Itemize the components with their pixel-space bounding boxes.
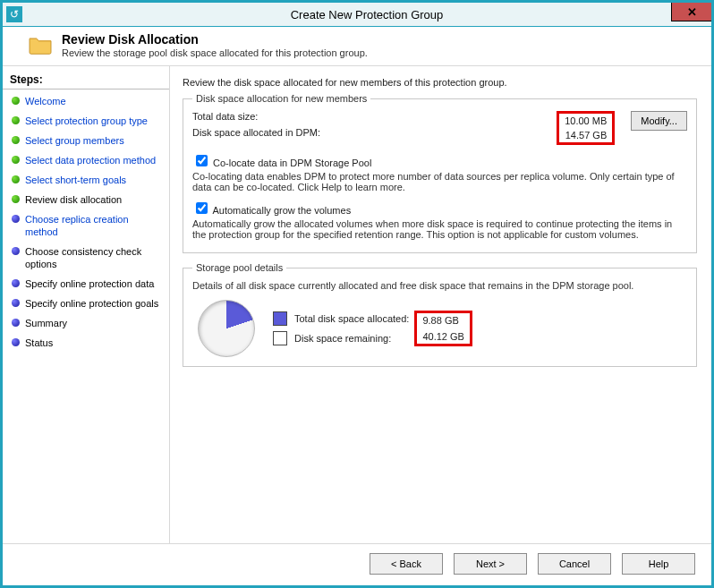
pool-values-highlight: 9.88 GB 40.12 GB <box>414 311 472 346</box>
step-consistency-check[interactable]: Choose consistency check options <box>3 242 169 274</box>
step-protection-group-type[interactable]: Select protection group type <box>3 111 169 131</box>
page-title: Review Disk Allocation <box>62 32 368 47</box>
storage-pool-desc: Details of all disk space currently allo… <box>192 280 687 291</box>
swatch-remaining-icon <box>273 331 287 345</box>
storage-pie-chart <box>198 300 255 357</box>
next-button[interactable]: Next > <box>454 553 527 575</box>
total-data-size-value: 10.00 MB <box>565 115 607 126</box>
step-review-disk-allocation[interactable]: Review disk allocation <box>3 190 169 209</box>
cancel-button[interactable]: Cancel <box>538 553 611 575</box>
wizard-header: Review Disk Allocation Review the storag… <box>3 27 711 66</box>
allocation-values-highlight: 10.00 MB 14.57 GB <box>557 111 615 145</box>
step-status[interactable]: Status <box>3 333 169 353</box>
step-summary[interactable]: Summary <box>3 313 169 333</box>
autogrow-row: Automatically grow the volumes <box>192 200 687 217</box>
allocated-label: Total disk space allocated: <box>294 313 409 324</box>
step-data-protection-method[interactable]: Select data protection method <box>3 150 169 170</box>
system-menu-icon[interactable]: ↺ <box>6 6 22 22</box>
disk-space-allocated-value: 14.57 GB <box>565 130 607 141</box>
wizard-buttons: < Back Next > Cancel Help <box>3 543 711 585</box>
steps-sidebar: Steps: Welcome Select protection group t… <box>3 66 170 543</box>
total-data-size-label: Total data size: <box>192 111 398 122</box>
help-button[interactable]: Help <box>622 553 695 575</box>
swatch-allocated-icon <box>273 311 287 326</box>
modify-button[interactable]: Modify... <box>631 111 687 131</box>
content-pane: Review the disk space allocated for new … <box>170 66 711 543</box>
step-short-term-goals[interactable]: Select short-term goals <box>3 170 169 190</box>
allocated-value: 9.88 GB <box>422 315 463 326</box>
title-bar: ↺ Create New Protection Group ✕ <box>3 3 711 27</box>
page-subtitle: Review the storage pool disk space alloc… <box>62 47 368 58</box>
steps-header: Steps: <box>3 72 169 89</box>
remaining-value: 40.12 GB <box>422 331 463 342</box>
autogrow-checkbox[interactable] <box>196 202 208 214</box>
wizard-window: ↺ Create New Protection Group ✕ Review D… <box>0 0 714 588</box>
autogrow-desc: Automatically grow the allocated volumes… <box>192 218 687 240</box>
disk-space-allocated-label: Disk space allocated in DPM: <box>192 127 398 138</box>
back-button[interactable]: < Back <box>370 553 443 575</box>
step-welcome[interactable]: Welcome <box>3 91 169 111</box>
step-group-members[interactable]: Select group members <box>3 131 169 150</box>
allocation-legend: Disk space allocation for new members <box>192 93 370 104</box>
wizard-body: Steps: Welcome Select protection group t… <box>3 66 711 543</box>
window-title: Create New Protection Group <box>22 8 711 21</box>
storage-pool-legend: Storage pool details <box>192 262 286 273</box>
folder-icon <box>28 34 53 55</box>
allocation-group: Disk space allocation for new members To… <box>183 93 697 253</box>
colocate-label[interactable]: Co-locate data in DPM Storage Pool <box>213 158 371 168</box>
colocate-desc: Co-locating data enables DPM to protect … <box>192 171 687 192</box>
step-online-protection-goals[interactable]: Specify online protection goals <box>3 294 169 313</box>
colocate-checkbox[interactable] <box>196 155 208 166</box>
step-replica-creation[interactable]: Choose replica creation method <box>3 209 169 242</box>
autogrow-label[interactable]: Automatically grow the volumes <box>212 205 351 216</box>
colocate-row: Co-locate data in DPM Storage Pool <box>192 152 687 169</box>
storage-pool-group: Storage pool details Details of all disk… <box>183 262 697 367</box>
close-button[interactable]: ✕ <box>671 3 711 21</box>
step-online-protection-data[interactable]: Specify online protection data <box>3 274 169 294</box>
content-intro: Review the disk space allocated for new … <box>183 77 697 88</box>
remaining-label: Disk space remaining: <box>294 333 391 344</box>
